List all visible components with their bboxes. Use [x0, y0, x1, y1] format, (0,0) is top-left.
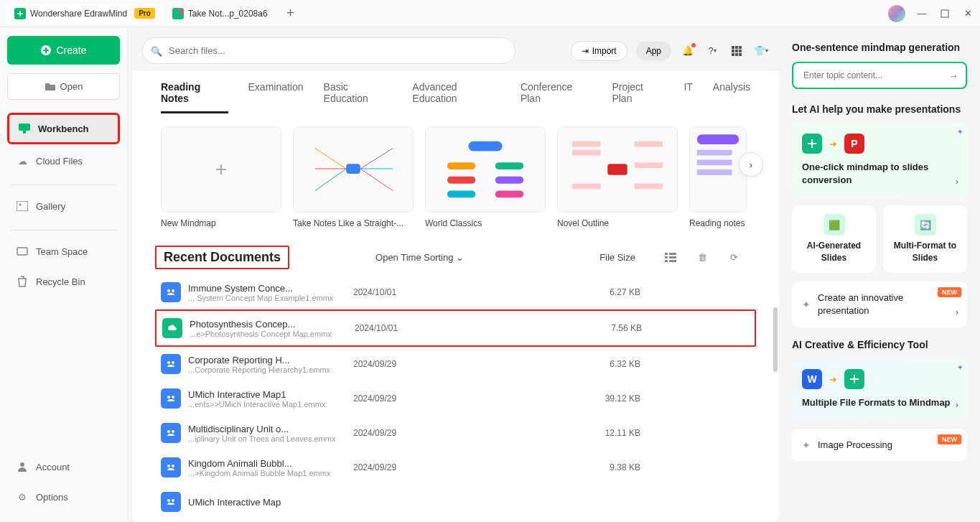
- doc-row[interactable]: Photosynthesis Concep......e>Photosynthe…: [155, 309, 756, 347]
- sidebar-item-account[interactable]: Account: [7, 453, 120, 480]
- svg-point-62: [172, 499, 174, 502]
- svg-rect-32: [447, 191, 475, 198]
- file-icon: [161, 423, 181, 443]
- tpl-tab-advanced[interactable]: Advanced Education: [412, 81, 500, 113]
- edrawmind-icon: [802, 134, 822, 154]
- doc-row[interactable]: Immune System Conce...... System Concept…: [141, 275, 770, 309]
- doc-row[interactable]: Corporate Reporting H......Corporate Rep…: [141, 347, 770, 381]
- tab-doc[interactable]: Take Not...p_0208a6: [164, 4, 276, 24]
- svg-rect-40: [635, 184, 663, 190]
- svg-rect-20: [346, 164, 360, 174]
- recent-title: Recent Documents: [155, 246, 289, 269]
- close-button[interactable]: ✕: [961, 7, 974, 20]
- search-input[interactable]: [142, 37, 515, 64]
- sidebar-item-recycle[interactable]: Recycle Bin: [7, 268, 120, 295]
- app-button[interactable]: App: [636, 42, 671, 60]
- file-icon: [161, 388, 181, 409]
- avatar[interactable]: [888, 5, 905, 22]
- doc-row[interactable]: Kingdom Animali Bubbl......>Kingdom Anim…: [141, 450, 770, 485]
- notifications-button[interactable]: 🔔: [680, 43, 696, 59]
- card-ai-slides[interactable]: 🟩 AI-Generated Slides: [792, 205, 876, 273]
- tpl-card[interactable]: Take Notes Like a Straight-...: [293, 126, 414, 228]
- sidebar-item-options[interactable]: ⚙ Options: [7, 483, 120, 511]
- tpl-tab-it[interactable]: IT: [683, 81, 692, 113]
- shirt-button[interactable]: 👕▾: [753, 43, 769, 59]
- doc-row[interactable]: UMich Interactive Map1...ents>>UMich Int…: [141, 381, 770, 416]
- create-button[interactable]: Create: [7, 36, 120, 65]
- svg-point-55: [167, 396, 170, 399]
- tpl-tab-exam[interactable]: Examination: [248, 81, 304, 113]
- svg-rect-38: [635, 141, 663, 147]
- sidebar-item-workbench[interactable]: Workbench: [7, 113, 120, 144]
- tpl-card[interactable]: Reading notes: [689, 126, 747, 228]
- import-button[interactable]: ⇥Import: [571, 41, 627, 61]
- card-innovative[interactable]: NEW ✦ Create an innovative presentation …: [792, 281, 967, 327]
- arrow-right-icon: →: [949, 70, 958, 81]
- tpl-card[interactable]: Novel Outline: [557, 126, 678, 228]
- minimize-button[interactable]: —: [915, 7, 928, 20]
- delete-button[interactable]: 🗑: [694, 250, 710, 266]
- tab-label: Take Not...p_0208a6: [188, 9, 268, 19]
- chevron-right-icon: ›: [956, 399, 958, 410]
- card-file-formats[interactable]: ✦ W ➜ Multiple File Formats to Mindmap ›: [792, 359, 967, 419]
- help-button[interactable]: ?▾: [704, 43, 720, 59]
- trash-icon: 🗑: [698, 252, 707, 263]
- tpl-tab-analysis[interactable]: Analysis: [713, 81, 750, 113]
- tpl-tab-project[interactable]: Project Plan: [612, 81, 663, 113]
- svg-point-60: [172, 465, 174, 467]
- tab-main[interactable]: Wondershare EdrawMind Pro: [6, 4, 164, 24]
- svg-rect-31: [495, 177, 523, 184]
- next-templates-button[interactable]: ›: [739, 152, 763, 177]
- tpl-card[interactable]: World Classics: [425, 126, 546, 228]
- doc-row[interactable]: UMich Interactive Map: [141, 485, 770, 519]
- tab-add-button[interactable]: +: [284, 6, 298, 21]
- team-icon: [16, 245, 29, 258]
- plus-icon: [40, 45, 52, 56]
- card-image-processing[interactable]: NEW ✦ Image Processing: [792, 429, 967, 462]
- svg-rect-18: [735, 53, 738, 56]
- titlebar: Wondershare EdrawMind Pro Take Not...p_0…: [0, 0, 980, 27]
- maximize-button[interactable]: [938, 7, 951, 20]
- powerpoint-icon: P: [844, 134, 864, 154]
- svg-rect-37: [572, 184, 600, 190]
- grid-icon: [732, 46, 742, 56]
- svg-rect-14: [732, 50, 734, 52]
- list-view-button[interactable]: [663, 250, 678, 266]
- svg-rect-27: [468, 141, 502, 152]
- word-icon: W: [802, 369, 822, 389]
- card-oneclick-slides[interactable]: ✦ ➜ P One-click mindmap to slides conver…: [792, 123, 967, 197]
- open-button[interactable]: Open: [7, 73, 120, 100]
- scrollbar[interactable]: [773, 307, 778, 372]
- svg-rect-5: [19, 123, 30, 131]
- card-multi-format[interactable]: 🔄 Multi-Format to Slides: [883, 205, 967, 273]
- tpl-new[interactable]: + New Mindmap: [161, 126, 281, 228]
- doc-row[interactable]: Multidisciplinary Unit o......iplinary U…: [141, 416, 770, 450]
- sparkle-icon: ✦: [957, 363, 963, 371]
- refresh-button[interactable]: ⟳: [726, 250, 742, 266]
- tpl-tab-basic[interactable]: Basic Education: [324, 81, 393, 113]
- sort-dropdown[interactable]: Open Time Sorting ⌄: [375, 252, 464, 263]
- workbench-icon: [18, 122, 31, 135]
- svg-rect-3: [941, 10, 948, 17]
- ai-send-button[interactable]: →: [946, 67, 961, 83]
- ai-topic-input[interactable]: [792, 62, 967, 89]
- convert-icon: 🔄: [920, 220, 931, 230]
- svg-rect-16: [739, 50, 742, 52]
- svg-rect-12: [735, 46, 738, 49]
- gear-icon: ⚙: [16, 490, 29, 503]
- sidebar-item-gallery[interactable]: Gallery: [7, 192, 120, 220]
- file-icon: [161, 282, 181, 302]
- apps-grid-button[interactable]: [729, 43, 745, 59]
- tpl-tab-reading[interactable]: Reading Notes: [161, 81, 228, 113]
- divider: [10, 185, 117, 185]
- sidebar-item-cloud[interactable]: ☁ Cloud Files: [7, 147, 120, 174]
- arrow-icon: ➜: [829, 374, 837, 385]
- import-icon: ⇥: [582, 46, 589, 56]
- sidebar-item-team[interactable]: Team Space: [7, 238, 120, 265]
- tpl-tab-conference[interactable]: Conference Plan: [521, 81, 592, 113]
- svg-rect-9: [17, 248, 27, 255]
- svg-rect-33: [495, 191, 523, 198]
- chevron-right-icon: ›: [750, 159, 752, 170]
- app-icon: [14, 8, 26, 19]
- svg-point-57: [167, 430, 170, 433]
